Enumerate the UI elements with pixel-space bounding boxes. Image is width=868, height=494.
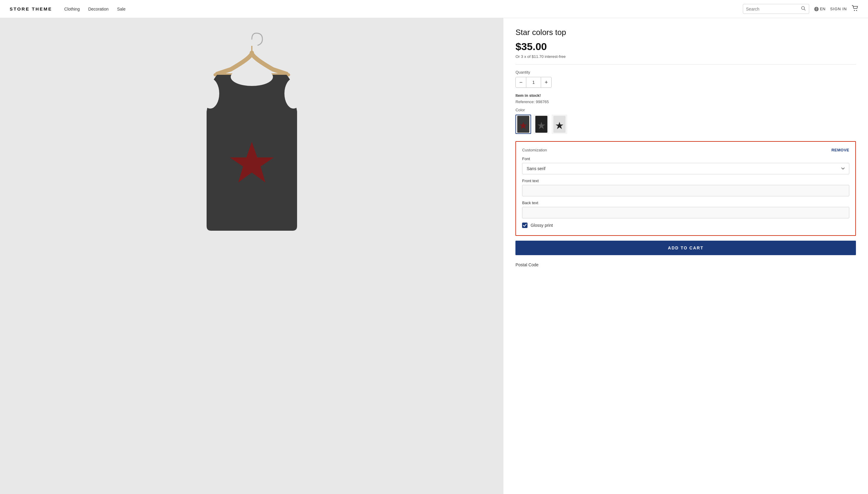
color-swatch-3[interactable]: [552, 115, 567, 134]
installment-text: Or 3 x of $11.70 interest-free: [516, 54, 856, 64]
glossy-print-row: Glossy print: [522, 223, 849, 228]
customization-box: Customization REMOVE Font Sans serif Ser…: [516, 141, 856, 236]
main-content: Star colors top $35.00 Or 3 x of $11.70 …: [0, 18, 868, 494]
back-text-label: Back text: [522, 201, 849, 205]
site-logo: STORE THEME: [9, 6, 52, 12]
header: STORE THEME Clothing Decoration Sale: [0, 0, 868, 18]
font-label: Font: [522, 156, 849, 161]
quantity-row: − 1 +: [516, 77, 856, 88]
lang-label: EN: [820, 7, 826, 11]
svg-line-1: [804, 10, 805, 11]
customization-header: Customization REMOVE: [522, 148, 849, 152]
svg-point-7: [854, 10, 855, 11]
front-text-input[interactable]: [522, 185, 849, 196]
postal-code-label: Postal Code: [516, 262, 856, 267]
product-title: Star colors top: [516, 28, 856, 37]
remove-customization-button[interactable]: REMOVE: [831, 148, 849, 152]
search-input[interactable]: [746, 7, 800, 12]
nav-decoration[interactable]: Decoration: [88, 7, 109, 12]
color-swatch-1[interactable]: [516, 115, 531, 134]
add-to-cart-button[interactable]: ADD TO CART: [516, 241, 856, 255]
quantity-decrease-button[interactable]: −: [516, 77, 526, 88]
reference-text: Reference: 998765: [516, 99, 856, 104]
back-text-input[interactable]: [522, 207, 849, 218]
quantity-value: 1: [526, 77, 541, 88]
in-stock-label: Item in stock!: [516, 93, 856, 98]
quantity-increase-button[interactable]: +: [541, 77, 552, 88]
nav-clothing[interactable]: Clothing: [64, 7, 80, 12]
product-image-area: [0, 18, 503, 494]
color-options: [516, 115, 856, 134]
svg-point-8: [856, 10, 857, 11]
quantity-label: Quantity: [516, 70, 856, 75]
glossy-print-label[interactable]: Glossy print: [531, 223, 553, 228]
glossy-print-checkbox[interactable]: [522, 223, 527, 228]
search-icon: [801, 6, 806, 12]
header-right: EN SIGN IN: [743, 4, 859, 14]
svg-rect-15: [207, 75, 297, 231]
cart-icon[interactable]: [852, 5, 859, 13]
sign-in-button[interactable]: SIGN IN: [830, 7, 847, 11]
customization-title: Customization: [522, 148, 547, 152]
stock-info: Item in stock!: [516, 93, 856, 98]
search-box[interactable]: [743, 4, 809, 14]
product-detail: Star colors top $35.00 Or 3 x of $11.70 …: [503, 18, 868, 494]
front-text-label: Front text: [522, 178, 849, 183]
product-image: [189, 30, 315, 235]
globe-icon: [814, 7, 819, 12]
product-price: $35.00: [516, 41, 856, 53]
nav-sale[interactable]: Sale: [117, 7, 126, 12]
font-select[interactable]: Sans serif Serif Monospace Cursive: [522, 163, 849, 174]
main-nav: Clothing Decoration Sale: [64, 7, 742, 12]
color-label: Color: [516, 108, 856, 112]
color-swatch-2[interactable]: [534, 115, 549, 134]
language-selector[interactable]: EN: [814, 7, 826, 12]
